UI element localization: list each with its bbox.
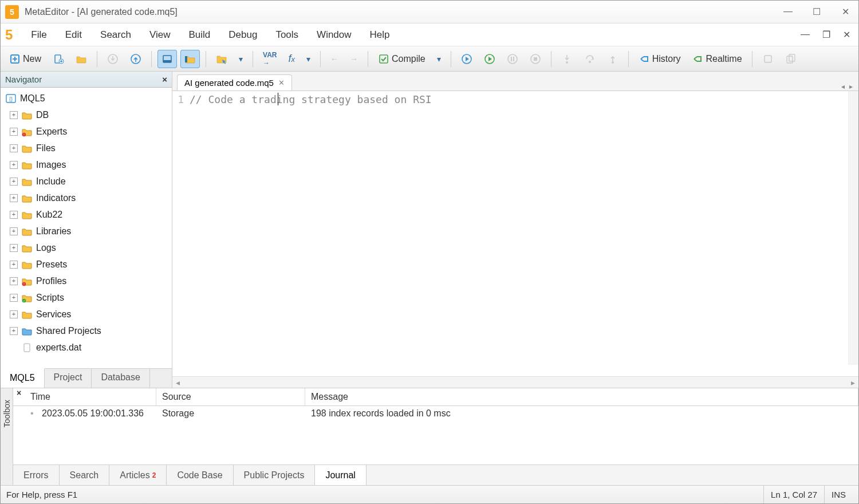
- history-button[interactable]: History: [635, 50, 685, 68]
- menu-window[interactable]: Window: [308, 26, 360, 44]
- folder-cursor-button[interactable]: [212, 50, 231, 68]
- forward-button[interactable]: →: [346, 50, 362, 68]
- menu-build[interactable]: Build: [179, 26, 219, 44]
- menu-search[interactable]: Search: [91, 26, 140, 44]
- expander-icon[interactable]: +: [10, 211, 18, 219]
- mdi-restore-button[interactable]: ❐: [819, 28, 834, 41]
- realtime-button[interactable]: Realtime: [688, 50, 746, 68]
- toolbox-tab-public-projects[interactable]: Public Projects: [234, 465, 316, 485]
- maximize-button[interactable]: ☐: [808, 6, 825, 17]
- svg-rect-34: [24, 344, 30, 352]
- new-button[interactable]: New: [5, 50, 45, 68]
- tab-prev-icon[interactable]: ◂: [841, 82, 845, 90]
- new-file-button[interactable]: [49, 50, 68, 68]
- tree-item-indicators[interactable]: +Indicators: [1, 190, 172, 206]
- svg-point-22: [612, 61, 614, 64]
- download-button[interactable]: [103, 50, 123, 68]
- expander-icon[interactable]: +: [10, 178, 18, 186]
- nav-tab-mql5[interactable]: MQL5: [1, 368, 45, 388]
- back-button[interactable]: ←: [326, 50, 342, 68]
- nav-tab-project[interactable]: Project: [45, 369, 92, 388]
- panel-toggle-2[interactable]: [180, 50, 200, 68]
- expander-icon[interactable]: +: [10, 327, 18, 335]
- debug-start-button[interactable]: [457, 50, 476, 68]
- extra-button-2[interactable]: [781, 50, 801, 68]
- navigator-close-icon[interactable]: ×: [162, 74, 167, 84]
- dropdown-1[interactable]: ▾: [235, 50, 247, 68]
- menu-file[interactable]: File: [22, 26, 56, 44]
- pause-button[interactable]: [503, 50, 522, 68]
- step-over-button[interactable]: [580, 50, 600, 68]
- mdi-minimize-button[interactable]: —: [797, 28, 813, 41]
- toolbox-tab-journal[interactable]: Journal: [315, 464, 366, 485]
- code-editor[interactable]: 1 // Code a trading strategy based on RS…: [172, 91, 858, 376]
- step-into-button[interactable]: [557, 50, 577, 68]
- toolbox-tab-errors[interactable]: Errors: [13, 465, 60, 485]
- tree-item-kub22[interactable]: +Kub22: [1, 206, 172, 223]
- minimize-button[interactable]: —: [779, 6, 797, 17]
- folder-icon: [21, 259, 33, 270]
- extra-button-1[interactable]: [758, 50, 778, 68]
- tree-item-images[interactable]: +Images: [1, 156, 172, 173]
- tab-next-icon[interactable]: ▸: [849, 82, 853, 90]
- open-button[interactable]: [72, 50, 91, 68]
- expander-icon[interactable]: +: [10, 294, 18, 302]
- expander-icon[interactable]: +: [10, 244, 18, 252]
- run-button[interactable]: [480, 50, 499, 68]
- tree-item-presets[interactable]: +Presets: [1, 256, 172, 273]
- tree-item-experts[interactable]: +!Experts: [1, 123, 172, 140]
- navigator-tabs: MQL5ProjectDatabase: [1, 368, 172, 388]
- tree-item-libraries[interactable]: +Libraries: [1, 223, 172, 239]
- tree-item-services[interactable]: +Services: [1, 306, 172, 322]
- tree-item-logs[interactable]: +Logs: [1, 239, 172, 256]
- tab-close-icon[interactable]: ✕: [278, 78, 285, 87]
- toolbox-tab-articles[interactable]: Articles2: [109, 465, 167, 485]
- menu-view[interactable]: View: [140, 26, 180, 44]
- tree-item-files[interactable]: +Files: [1, 140, 172, 156]
- step-out-button[interactable]: [603, 50, 622, 68]
- menu-help[interactable]: Help: [361, 26, 399, 44]
- dropdown-2[interactable]: ▾: [302, 50, 314, 68]
- expander-icon[interactable]: +: [10, 277, 18, 285]
- expander-icon[interactable]: +: [10, 161, 18, 169]
- menu-tools[interactable]: Tools: [266, 26, 308, 44]
- svg-rect-25: [789, 54, 795, 61]
- expander-icon[interactable]: +: [10, 261, 18, 269]
- tree-item-shared-projects[interactable]: +Shared Projects: [1, 322, 172, 339]
- toolbox-row[interactable]: • 2023.05.05 19:00:01.336 Storage 198 in…: [13, 406, 858, 421]
- tree-item-profiles[interactable]: +!Profiles: [1, 273, 172, 289]
- navigator-tree[interactable]: {} MQL5 +DB+!Experts+Files+Images+Includ…: [1, 88, 172, 368]
- panel-toggle-1[interactable]: [157, 50, 177, 68]
- window-title: MetaEditor - [AI generated code.mq5]: [25, 7, 779, 17]
- tree-item-db[interactable]: +DB: [1, 107, 172, 123]
- fx-button[interactable]: fx: [284, 50, 299, 68]
- toolbox-close-icon[interactable]: ×: [13, 388, 25, 400]
- toolbox-tab-search[interactable]: Search: [60, 465, 110, 485]
- mdi-close-button[interactable]: ✕: [840, 28, 854, 41]
- horizontal-scrollbar[interactable]: ◂▸: [172, 376, 858, 388]
- expander-icon[interactable]: +: [10, 194, 18, 202]
- expander-icon[interactable]: +: [10, 310, 18, 318]
- expander-icon[interactable]: +: [10, 128, 18, 136]
- expander-icon[interactable]: +: [10, 227, 18, 235]
- nav-tab-database[interactable]: Database: [92, 369, 150, 388]
- text-cursor: [278, 93, 278, 105]
- expander-icon[interactable]: +: [10, 111, 18, 119]
- tree-root[interactable]: {} MQL5: [1, 90, 172, 107]
- stop-button[interactable]: [526, 50, 545, 68]
- expander-icon[interactable]: +: [10, 144, 18, 152]
- compile-button[interactable]: Compile: [374, 50, 430, 68]
- compile-dropdown[interactable]: ▾: [433, 50, 445, 68]
- toolbox-tab-code-base[interactable]: Code Base: [167, 465, 233, 485]
- vertical-scrollbar[interactable]: [848, 91, 858, 365]
- upload-button[interactable]: [126, 50, 145, 68]
- svg-point-15: [508, 54, 517, 64]
- menu-edit[interactable]: Edit: [56, 26, 91, 44]
- tree-item-experts.dat[interactable]: experts.dat: [1, 339, 172, 356]
- tree-item-scripts[interactable]: +✓Scripts: [1, 289, 172, 306]
- close-button[interactable]: ✕: [837, 6, 854, 17]
- var-button[interactable]: VAR→: [259, 50, 281, 68]
- menu-debug[interactable]: Debug: [219, 26, 266, 44]
- tree-item-include[interactable]: +Include: [1, 173, 172, 190]
- editor-tab[interactable]: AI generated code.mq5 ✕: [177, 74, 292, 90]
